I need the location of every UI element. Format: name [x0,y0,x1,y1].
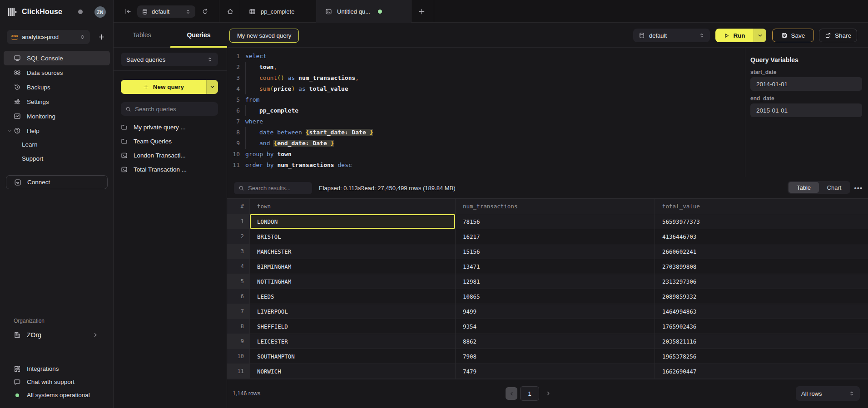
table-row[interactable]: 4BIRMINGHAM134712703899808 [227,259,868,274]
run-database-selector[interactable]: default [633,29,710,42]
table-cell[interactable]: 7908 [456,349,655,364]
run-options-button[interactable] [754,29,766,42]
document-tab-untitled-qu[interactable]: Untitled qu... [316,0,411,23]
table-cell[interactable]: LEICESTER [250,334,456,349]
table-cell[interactable]: 15156 [456,244,655,259]
table-cell[interactable]: NORWICH [250,364,456,379]
table-cell[interactable]: 10865 [456,289,655,304]
table-row[interactable]: 10SOUTHAMPTON79081965378256 [227,349,868,364]
add-service-button[interactable] [94,30,108,44]
table-cell[interactable]: 13471 [456,259,655,274]
sidebar-item-backups[interactable]: Backups [4,80,110,94]
column-header-row-number[interactable]: # [227,199,250,214]
table-row[interactable]: 3MANCHESTER151562660602241 [227,244,868,259]
table-row[interactable]: 5NOTTINGHAM129812313297306 [227,274,868,289]
table-cell[interactable]: 56593977373 [655,214,868,229]
variable-input-start-date[interactable]: 2014-01-01 [750,77,862,91]
table-cell[interactable]: 2660602241 [655,244,868,259]
table-cell[interactable]: 9354 [456,319,655,334]
table-cell[interactable]: 4136446703 [655,229,868,244]
table-cell[interactable]: LEEDS [250,289,456,304]
sidebar-subitem-support[interactable]: Support [4,152,110,166]
new-query-button[interactable]: New query [121,80,206,94]
sql-editor[interactable]: 1234567891011 selecttown,count() as num_… [227,48,745,177]
organization-switcher[interactable]: ZOrg [4,328,110,342]
database-selector[interactable]: default [137,5,195,18]
table-cell[interactable]: 7479 [456,364,655,379]
sidebar-footer-chat-with-support[interactable]: Chat with support [4,375,110,388]
prev-page-button[interactable] [506,387,517,400]
table-cell[interactable]: 1464994863 [655,304,868,319]
table-cell[interactable]: 1965378256 [655,349,868,364]
editor-code[interactable]: selecttown,count() as num_transactions,s… [245,51,373,171]
home-icon[interactable] [225,6,236,17]
share-button[interactable]: Share [819,29,857,42]
table-cell[interactable]: 8862 [456,334,655,349]
table-cell[interactable]: 78156 [456,214,655,229]
saved-query-item-team-queries[interactable]: Team Queries [121,134,223,148]
column-header-town[interactable]: town [250,199,456,214]
saved-query-item-london-transacti[interactable]: London Transacti... [121,148,223,162]
page-number-input[interactable]: 1 [520,386,539,401]
saved-query-item-total-transaction[interactable]: Total Transaction ... [121,162,223,177]
sidebar-footer-integrations[interactable]: Integrations [4,362,110,375]
sidebar-footer-all-systems-operational[interactable]: All systems operational [4,388,110,402]
view-toggle-chart[interactable]: Chart [819,182,849,193]
table-cell[interactable]: LIVERPOOL [250,304,456,319]
table-row[interactable]: 9LEICESTER88622035821116 [227,334,868,349]
chevron-down-icon[interactable] [7,128,12,133]
view-toggle-table[interactable]: Table [789,182,819,193]
sidebar-item-monitoring[interactable]: Monitoring [4,109,110,123]
page-size-dropdown[interactable]: All rows [796,386,860,401]
table-cell[interactable]: SHEFFIELD [250,319,456,334]
sidebar-item-sql-console[interactable]: SQL Console [4,51,110,65]
sidebar-subitem-learn[interactable]: Learn [4,138,110,152]
table-cell[interactable]: 12981 [456,274,655,289]
tab-queries[interactable]: Queries [170,23,227,47]
tab-tables[interactable]: Tables [114,23,170,47]
next-page-button[interactable] [543,388,554,399]
connect-button[interactable]: Connect [6,175,108,189]
user-avatar[interactable]: ZN [94,6,106,18]
sidebar-item-help[interactable]: Help [4,123,110,138]
table-row[interactable]: 2BRISTOL162174136446703 [227,229,868,244]
save-button[interactable]: Save [772,29,814,42]
collapse-sidebar-icon[interactable] [123,6,134,17]
variable-input-end-date[interactable]: 2015-01-01 [750,103,862,117]
table-cell[interactable]: BIRMINGHAM [250,259,456,274]
table-cell[interactable]: 2089859332 [655,289,868,304]
table-cell[interactable]: 2703899808 [655,259,868,274]
document-tab-pp-complete[interactable]: pp_complete [240,0,316,23]
table-row[interactable]: 6LEEDS108652089859332 [227,289,868,304]
new-query-options-button[interactable] [206,80,218,94]
search-queries-input[interactable]: Search queries [121,102,218,116]
table-cell[interactable]: 1662690447 [655,364,868,379]
column-header-num-transactions[interactable]: num_transactions [456,199,655,214]
table-cell[interactable]: 1765902436 [655,319,868,334]
more-options-icon[interactable]: ••• [853,183,863,193]
table-row[interactable]: 1LONDON7815656593977373 [227,214,868,229]
saved-queries-dropdown[interactable]: Saved queries [121,53,218,66]
sidebar-item-settings[interactable]: Settings [4,94,110,109]
table-cell[interactable]: BRISTOL [250,229,456,244]
table-cell[interactable]: SOUTHAMPTON [250,349,456,364]
table-cell[interactable]: 9499 [456,304,655,319]
column-header-total-value[interactable]: total_value [655,199,868,214]
new-tab-button[interactable] [415,6,428,17]
table-cell[interactable]: 16217 [456,229,655,244]
run-button[interactable]: Run [715,29,754,42]
table-cell[interactable]: NOTTINGHAM [250,274,456,289]
table-cell[interactable]: 2313297306 [655,274,868,289]
search-results-input[interactable]: Search results... [234,182,312,194]
table-cell[interactable]: 2035821116 [655,334,868,349]
brand[interactable]: ClickHouse [7,6,62,18]
saved-query-tab[interactable]: My new saved query [229,29,299,43]
saved-query-item-my-private-query[interactable]: My private query ... [121,120,223,134]
service-selector[interactable]: aws analytics-prod [7,30,90,44]
table-row[interactable]: 8SHEFFIELD93541765902436 [227,319,868,334]
sidebar-item-data-sources[interactable]: Data sources [4,65,110,80]
table-row[interactable]: 7LIVERPOOL94991464994863 [227,304,868,319]
table-cell[interactable]: LONDON [250,214,456,229]
refresh-icon[interactable] [199,6,210,17]
table-row[interactable]: 11NORWICH74791662690447 [227,364,868,379]
